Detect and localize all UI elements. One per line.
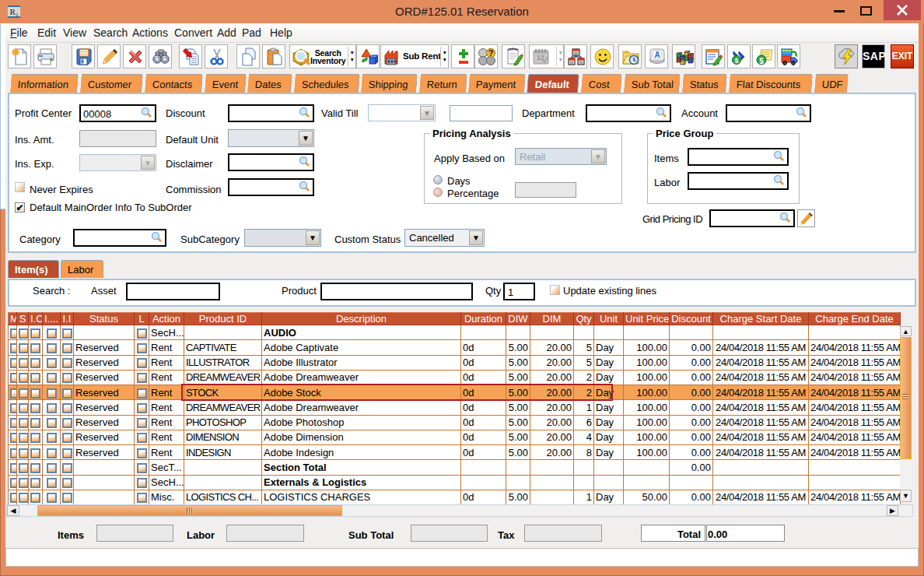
svg-text:$: $ [734,57,738,65]
svg-text:$: $ [759,57,764,65]
svg-text:A: A [654,51,660,59]
svg-text:?: ? [488,48,494,58]
